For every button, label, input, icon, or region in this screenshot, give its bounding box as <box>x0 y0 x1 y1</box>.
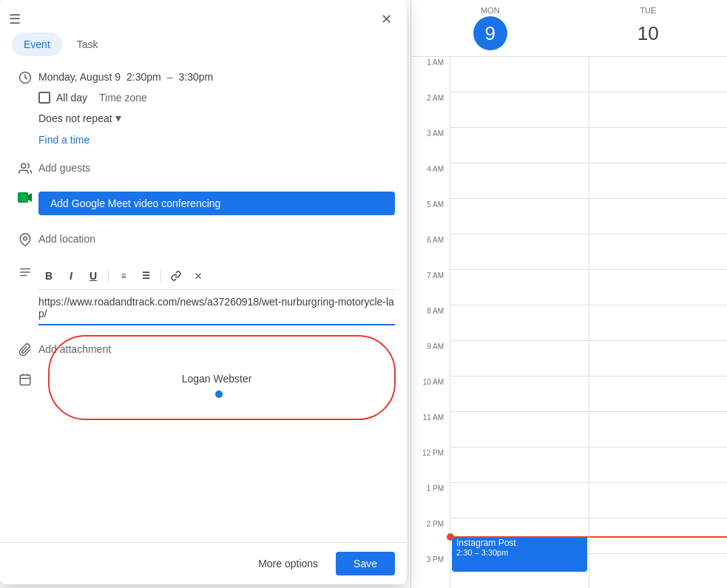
location-icon <box>12 233 38 246</box>
add-location-placeholder[interactable]: Add location <box>38 227 395 251</box>
allday-row: All day Time zone <box>38 89 395 107</box>
current-time-dot <box>447 533 454 541</box>
hour-line <box>589 341 728 376</box>
description-circle-wrapper: B I U ≡ ☰ <box>38 263 395 325</box>
cal-day-tue: TUE 10 <box>569 6 728 56</box>
remove-format-button[interactable] <box>188 266 209 286</box>
modal-footer: More options Save <box>0 542 407 584</box>
time-label-6am: 6 AM <box>411 234 450 270</box>
description-row: B I U ≡ ☰ <box>0 254 407 334</box>
add-guests-placeholder[interactable]: Add guests <box>38 156 395 180</box>
calendar-owner-name[interactable]: Logan Webster <box>182 373 252 385</box>
grid-cols: Instagram Post 2:30 – 3:30pm <box>450 57 727 588</box>
people-icon <box>12 162 38 175</box>
svg-point-5 <box>24 237 27 240</box>
grid-col-tue[interactable] <box>589 57 728 588</box>
add-attachment-placeholder[interactable]: Add attachment <box>38 337 395 361</box>
description-underline <box>38 324 395 325</box>
time-separator: – <box>167 71 173 83</box>
meet-row: Add Google Meet video conferencing <box>0 183 407 224</box>
hour-line <box>589 305 728 341</box>
bold-button[interactable]: B <box>38 266 59 286</box>
time-label-9am: 9 AM <box>411 341 450 376</box>
day-num-mon: 9 <box>473 16 507 50</box>
attachment-icon <box>12 343 38 356</box>
time-label-5am: 5 AM <box>411 199 450 234</box>
svg-rect-4 <box>19 194 27 201</box>
time-label-3pm: 3 PM <box>411 554 450 588</box>
time-label-10am: 10 AM <box>411 376 450 412</box>
timezone-label[interactable]: Time zone <box>99 92 147 104</box>
meet-icon <box>12 192 38 203</box>
calendar-event[interactable]: Instagram Post 2:30 – 3:30pm <box>452 536 587 572</box>
svg-rect-11 <box>20 375 30 385</box>
allday-label[interactable]: All day <box>56 92 87 104</box>
hour-line <box>450 199 589 234</box>
hour-line <box>450 341 589 376</box>
time-label-11am: 11 AM <box>411 412 450 447</box>
hour-line <box>589 234 728 270</box>
underline-button[interactable]: U <box>83 266 104 286</box>
tab-task[interactable]: Task <box>65 33 110 56</box>
drag-handle-icon: ☰ <box>9 11 21 27</box>
find-time-link[interactable]: Find a time <box>38 129 395 150</box>
hour-line <box>450 376 589 412</box>
hour-line <box>450 128 589 163</box>
time-label-4am: 4 AM <box>411 163 450 199</box>
hour-line <box>450 163 589 199</box>
time-label-3am: 3 AM <box>411 128 450 163</box>
more-options-button[interactable]: More options <box>246 552 330 575</box>
calendar-owner-row: Logan Webster <box>0 364 407 407</box>
allday-checkbox[interactable] <box>38 92 50 104</box>
meet-button[interactable]: Add Google Meet video conferencing <box>38 192 395 215</box>
time-label-2am: 2 AM <box>411 92 450 128</box>
description-text[interactable]: https://www.roadandtrack.com/news/a37260… <box>38 293 395 322</box>
event-start-time[interactable]: 2:30pm <box>126 71 161 83</box>
attachment-content: Add attachment <box>38 337 395 361</box>
hour-line <box>450 447 589 483</box>
event-date[interactable]: Monday, August 9 <box>38 71 121 83</box>
hour-line <box>589 554 728 588</box>
close-button[interactable]: ✕ <box>374 7 398 31</box>
day-name-mon: MON <box>411 6 569 15</box>
link-button[interactable] <box>166 266 186 286</box>
time-label-8am: 8 AM <box>411 305 450 341</box>
svg-point-1 <box>21 163 26 168</box>
repeat-row[interactable]: Does not repeat ▾ <box>38 107 395 129</box>
hour-line <box>589 92 728 128</box>
toolbar-separator-1 <box>108 268 109 283</box>
hour-line <box>589 128 728 163</box>
calendar-owner-content: Logan Webster <box>38 367 395 404</box>
modal-header: ☰ ✕ <box>0 0 407 33</box>
tab-event[interactable]: Event <box>12 33 62 56</box>
grid-col-mon[interactable]: Instagram Post 2:30 – 3:30pm <box>450 57 589 588</box>
hour-line <box>589 163 728 199</box>
day-num-tue: 10 <box>631 16 665 50</box>
current-time-line-ext <box>589 536 728 538</box>
hour-line <box>450 270 589 305</box>
event-title: Instagram Post <box>456 538 583 548</box>
modal-tabs: Event Task <box>0 33 407 56</box>
hour-line <box>589 447 728 483</box>
italic-button[interactable]: I <box>61 266 81 286</box>
notes-icon <box>12 266 38 279</box>
hour-line <box>589 270 728 305</box>
hour-line <box>450 305 589 341</box>
add-guests-content: Add guests <box>38 156 395 180</box>
event-end-time[interactable]: 3:30pm <box>179 71 214 83</box>
ordered-list-button[interactable]: ≡ <box>113 266 134 286</box>
save-button[interactable]: Save <box>336 552 395 575</box>
day-name-tue: TUE <box>569 6 728 15</box>
time-label-7am: 7 AM <box>411 270 450 305</box>
hour-line <box>589 483 728 518</box>
time-label-1pm: 1 PM <box>411 483 450 518</box>
clock-icon <box>12 71 38 84</box>
description-toolbar: B I U ≡ ☰ <box>38 263 395 290</box>
datetime-content: Monday, August 9 2:30pm – 3:30pm All day… <box>38 65 395 150</box>
calendar-panel: MON 9 TUE 10 1 AM 2 AM 3 AM 4 AM 5 AM 6 … <box>410 0 727 588</box>
unordered-list-button[interactable]: ☰ <box>135 266 156 286</box>
hour-line <box>589 199 728 234</box>
hour-line <box>589 376 728 412</box>
hour-line <box>450 412 589 447</box>
meet-button-label: Add Google Meet video conferencing <box>50 197 220 209</box>
